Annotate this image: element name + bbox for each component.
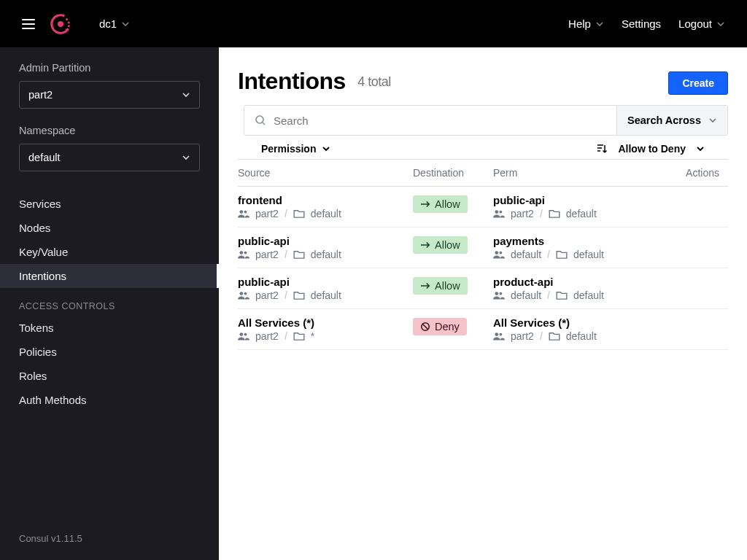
users-icon [493, 250, 505, 259]
folder-icon [293, 291, 305, 300]
sidebar-item-roles[interactable]: Roles [0, 364, 219, 388]
chevron-down-icon [595, 20, 604, 28]
source-namespace: default [311, 249, 341, 260]
permission-text: Deny [435, 321, 460, 332]
folder-icon [549, 332, 560, 341]
source-partition: part2 [255, 330, 279, 342]
svg-point-3 [68, 21, 70, 23]
table-row[interactable]: frontendpart2/defaultAllowpublic-apipart… [238, 187, 728, 228]
separator: / [547, 289, 550, 301]
separator: / [285, 208, 287, 219]
table-row[interactable]: public-apipart2/defaultAllowpaymentsdefa… [238, 228, 728, 268]
folder-icon [293, 250, 305, 259]
separator: / [540, 330, 543, 342]
separator: / [285, 289, 287, 301]
settings-label: Settings [622, 18, 661, 30]
table-row[interactable]: public-apipart2/defaultAllowproduct-apid… [238, 268, 728, 309]
main-content: Intentions 4 total Create Search Across … [219, 47, 747, 560]
sidebar-item-intentions[interactable]: Intentions [0, 264, 219, 288]
sidebar-item-nodes[interactable]: Nodes [0, 216, 219, 240]
users-icon [238, 332, 249, 341]
top-bar: dc1 Help Settings Logout [0, 0, 747, 47]
admin-partition-label: Admin Partition [19, 62, 200, 74]
source-name: frontend [238, 194, 413, 206]
svg-point-16 [244, 292, 247, 295]
source-namespace: default [311, 208, 341, 219]
search-across-dropdown[interactable]: Search Across [616, 106, 727, 135]
folder-icon [556, 291, 568, 300]
sidebar-item-policies[interactable]: Policies [0, 340, 219, 364]
search-input[interactable] [274, 114, 606, 127]
chevron-down-icon [708, 116, 717, 125]
source-name: All Services (*) [238, 316, 413, 329]
permission-badge: Allow [413, 277, 468, 295]
svg-point-5 [66, 28, 68, 31]
datacenter-selector[interactable]: dc1 [99, 18, 130, 30]
consul-logo-icon [48, 12, 73, 36]
permission-badge: Deny [413, 318, 467, 335]
folder-icon [556, 250, 568, 259]
sidebar-item-auth-methods[interactable]: Auth Methods [0, 388, 219, 412]
svg-point-17 [495, 292, 498, 295]
namespace-value: default [28, 152, 61, 163]
source-partition: part2 [255, 208, 279, 219]
search-icon [255, 114, 266, 126]
separator: / [540, 208, 543, 219]
intentions-table: Source Destination Perm Actions frontend… [238, 159, 728, 350]
permission-filter[interactable]: Permission [244, 143, 330, 155]
admin-partition-select[interactable]: part2 [19, 81, 200, 109]
chevron-down-icon [322, 144, 330, 153]
permission-text: Allow [435, 198, 460, 210]
sidebar: Admin Partition part2 Namespace default … [0, 47, 219, 560]
destination-namespace: default [573, 249, 604, 260]
column-destination: Destination [413, 160, 493, 187]
menu-icon[interactable] [22, 19, 35, 29]
svg-point-1 [58, 20, 63, 26]
column-permission: Perm [493, 160, 639, 187]
folder-icon [549, 209, 560, 218]
svg-point-19 [239, 332, 243, 336]
sidebar-item-kv[interactable]: Key/Value [0, 240, 219, 264]
svg-point-15 [239, 292, 243, 295]
source-partition: part2 [255, 289, 279, 301]
sidebar-item-tokens[interactable]: Tokens [0, 316, 219, 340]
arrow-right-icon [420, 281, 430, 290]
admin-partition-value: part2 [28, 89, 53, 101]
svg-point-2 [66, 18, 68, 20]
svg-point-23 [499, 333, 502, 336]
sort-dropdown[interactable]: Allow to Deny [596, 143, 722, 155]
svg-point-12 [244, 252, 247, 254]
svg-point-9 [495, 210, 498, 214]
settings-link[interactable]: Settings [622, 18, 661, 30]
source-namespace: * [311, 330, 314, 342]
page-title-count: 4 total [357, 74, 391, 89]
separator: / [285, 249, 287, 260]
source-name: public-api [238, 235, 413, 247]
chevron-down-icon [182, 90, 190, 99]
source-partition: part2 [255, 249, 279, 260]
destination-partition: default [511, 289, 541, 301]
help-menu[interactable]: Help [568, 18, 604, 30]
deny-icon [420, 322, 430, 332]
source-name: public-api [238, 276, 413, 288]
users-icon [238, 209, 249, 218]
destination-namespace: default [566, 208, 597, 219]
column-actions: Actions [639, 160, 728, 187]
svg-point-13 [495, 251, 498, 254]
sidebar-item-services[interactable]: Services [0, 192, 219, 216]
permission-badge: Allow [413, 236, 468, 254]
namespace-select[interactable]: default [19, 144, 200, 171]
create-button[interactable]: Create [668, 71, 728, 95]
column-source: Source [238, 160, 413, 187]
svg-point-4 [68, 25, 70, 27]
logout-label: Logout [678, 18, 712, 30]
destination-namespace: default [573, 289, 604, 301]
svg-point-22 [495, 332, 498, 336]
source-namespace: default [311, 289, 341, 301]
table-row[interactable]: All Services (*)part2/*DenyAll Services … [238, 309, 728, 350]
help-label: Help [568, 18, 591, 30]
permission-badge: Allow [413, 195, 468, 213]
datacenter-name: dc1 [99, 18, 117, 30]
logout-menu[interactable]: Logout [678, 18, 725, 30]
destination-name: product-api [493, 276, 639, 288]
